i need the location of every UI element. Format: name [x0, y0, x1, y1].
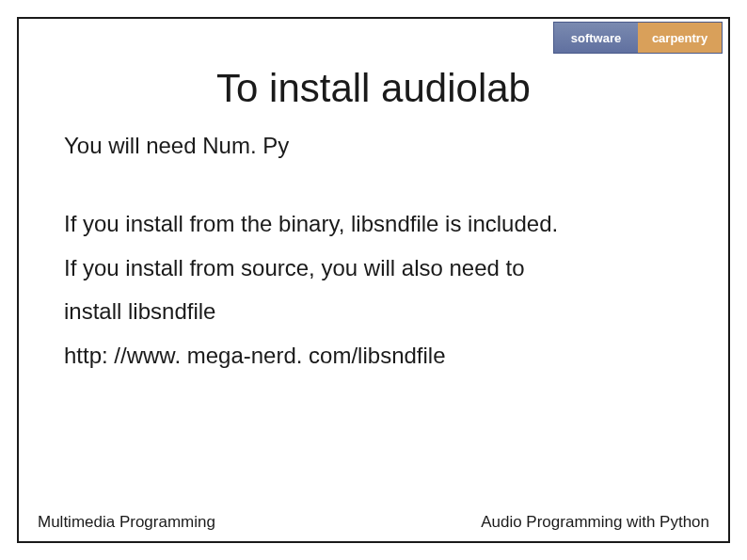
- slide-title: To install audiolab: [19, 66, 728, 111]
- body-line-4: install libsndfile: [64, 290, 683, 334]
- slide-frame: software carpentry To install audiolab Y…: [17, 17, 730, 543]
- body-line-3: If you install from source, you will als…: [64, 247, 683, 291]
- footer-right: Audio Programming with Python: [481, 513, 709, 532]
- body-line-1: You will need Num. Py: [64, 124, 683, 168]
- logo-word-right: carpentry: [638, 23, 722, 53]
- logo: software carpentry: [553, 22, 723, 54]
- body-line-2: If you install from the binary, libsndfi…: [64, 202, 683, 247]
- body-line-5: http: //www. mega-nerd. com/libsndfile: [64, 334, 683, 378]
- slide-body: You will need Num. Py If you install fro…: [64, 124, 683, 378]
- logo-word-left: software: [554, 23, 638, 53]
- footer-left: Multimedia Programming: [38, 513, 215, 532]
